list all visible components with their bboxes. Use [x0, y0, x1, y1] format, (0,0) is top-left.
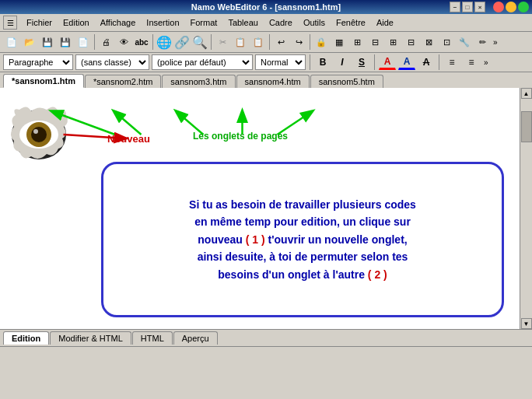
- clear-btn[interactable]: A: [418, 54, 435, 70]
- scroll-up-btn[interactable]: ▲: [521, 88, 532, 99]
- misc-btn2[interactable]: ⊟: [366, 33, 383, 51]
- eye-image: [8, 103, 70, 166]
- maximize-btn[interactable]: □: [462, 2, 473, 12]
- label-onglets: Les onglets de pages: [193, 131, 288, 142]
- table-btn[interactable]: ▦: [331, 33, 348, 51]
- bold-btn[interactable]: B: [314, 54, 331, 70]
- menu-fichier[interactable]: Fichier: [22, 16, 57, 29]
- misc-btn1[interactable]: ⊞: [348, 33, 366, 51]
- format-more[interactable]: »: [482, 58, 490, 67]
- bottom-tab-html[interactable]: HTML: [132, 331, 173, 345]
- new-btn[interactable]: 📄: [3, 33, 20, 51]
- misc-btn7[interactable]: 🔧: [456, 33, 473, 51]
- menu-insertion[interactable]: Insertion: [142, 16, 184, 29]
- menu-affichage[interactable]: Affichage: [96, 16, 141, 29]
- bg-color-btn[interactable]: A: [398, 54, 415, 70]
- tab-sansnom4[interactable]: sansnom4.htm: [236, 75, 310, 88]
- tab-sansnom1[interactable]: *sansnom1.htm: [3, 74, 84, 88]
- menu-format[interactable]: Format: [186, 16, 222, 29]
- menu-fenetre[interactable]: Fenêtre: [331, 16, 370, 29]
- menu-edition[interactable]: Edition: [58, 16, 94, 29]
- format-sep3: [439, 54, 439, 70]
- toolbar-more[interactable]: »: [492, 38, 499, 47]
- traffic-red[interactable]: [493, 2, 504, 12]
- traffic-green[interactable]: [518, 2, 529, 12]
- svg-point-4: [33, 129, 38, 134]
- scrollbar-vertical[interactable]: ▲ ▼: [520, 88, 532, 329]
- window-controls[interactable]: [493, 2, 529, 12]
- minimize-btn[interactable]: −: [450, 2, 460, 12]
- open-btn[interactable]: 📂: [21, 33, 38, 51]
- tab-sansnom5[interactable]: sansnom5.htm: [310, 75, 383, 88]
- align-left-btn[interactable]: ≡: [443, 54, 460, 70]
- copy-btn[interactable]: 📋: [232, 33, 249, 51]
- new2-btn[interactable]: 📄: [75, 33, 92, 51]
- scroll-down-btn[interactable]: ▼: [521, 318, 532, 329]
- close-btn[interactable]: ×: [474, 2, 485, 12]
- lock-btn[interactable]: 🔒: [313, 33, 330, 51]
- save-btn[interactable]: 💾: [39, 33, 56, 51]
- toolbar-group-web: 🌐 🔗 🔍: [156, 33, 208, 51]
- misc-btn8[interactable]: ✏: [474, 33, 491, 51]
- misc-btn5[interactable]: ⊠: [420, 33, 437, 51]
- svg-point-3: [31, 127, 47, 142]
- toolbar-group-edit: ✂ 📋 📋: [214, 33, 267, 51]
- underline-btn[interactable]: S: [353, 54, 370, 70]
- format-sep2: [374, 54, 375, 70]
- tab-sansnom3[interactable]: sansnom3.htm: [162, 75, 235, 88]
- size-select[interactable]: Normal: [255, 54, 306, 70]
- label-nouveau: Nouveau: [107, 133, 150, 145]
- window-resize-controls[interactable]: − □ ×: [450, 2, 485, 12]
- toolbar-group-history: ↩ ↪: [272, 33, 307, 51]
- toolbar-group-print: 🖨 👁 abc: [97, 33, 150, 51]
- paste-btn[interactable]: 📋: [250, 33, 267, 51]
- menu-bar: ☰ Fichier Edition Affichage Insertion Fo…: [0, 14, 532, 32]
- web-btn3[interactable]: 🔍: [191, 33, 208, 51]
- toolbar-sep4: [269, 34, 270, 50]
- misc-btn3[interactable]: ⊞: [384, 33, 401, 51]
- tabs-bar: *sansnom1.htm *sansnom2.htm sansnom3.htm…: [0, 72, 532, 88]
- content-box: Si tu as besoin de travailler plusieurs …: [101, 162, 504, 317]
- web-btn1[interactable]: 🌐: [156, 33, 173, 51]
- print-btn[interactable]: 🖨: [97, 33, 114, 51]
- font-select[interactable]: (police par défaut): [152, 54, 253, 70]
- misc-btn4[interactable]: ⊟: [402, 33, 419, 51]
- cut-btn[interactable]: ✂: [214, 33, 231, 51]
- toolbar-sep1: [94, 34, 95, 50]
- spell-btn[interactable]: abc: [133, 33, 150, 51]
- menu-tableau[interactable]: Tableau: [223, 16, 263, 29]
- redo-btn[interactable]: ↪: [290, 33, 307, 51]
- menu-cadre[interactable]: Cadre: [264, 16, 297, 29]
- style-select[interactable]: Paragraphe: [3, 54, 73, 70]
- align-center-btn[interactable]: ≡: [463, 54, 480, 70]
- editor-area[interactable]: Nouveau Les onglets de pages Si tu as be…: [0, 88, 520, 329]
- svg-line-6: [114, 111, 142, 135]
- status-text: [3, 348, 5, 357]
- class-select[interactable]: (sans classe): [75, 54, 149, 70]
- undo-btn[interactable]: ↩: [272, 33, 289, 51]
- bottom-tab-apercu[interactable]: Aperçu: [173, 331, 218, 345]
- font-color-btn[interactable]: A: [379, 54, 396, 70]
- bottom-tab-modifier-html[interactable]: Modifier & HTML: [50, 331, 131, 345]
- preview-btn[interactable]: 👁: [115, 33, 132, 51]
- toolbar: 📄 📂 💾 💾 📄 🖨 👁 abc 🌐 🔗 🔍 ✂ 📋 📋 ↩ ↪ 🔒 ▦ ⊞ …: [0, 32, 532, 53]
- bottom-tab-edition[interactable]: Edition: [3, 331, 49, 345]
- menu-icon[interactable]: ☰: [3, 16, 17, 30]
- misc-btn6[interactable]: ⊡: [438, 33, 455, 51]
- window-title: Namo WebEditor 6 - [sansnom1.htm]: [191, 2, 341, 12]
- tab-sansnom2[interactable]: *sansnom2.htm: [85, 75, 161, 88]
- menu-aide[interactable]: Aide: [372, 16, 398, 29]
- toolbar-sep3: [211, 34, 212, 50]
- title-bar: Namo WebEditor 6 - [sansnom1.htm] − □ ×: [0, 0, 532, 14]
- web-btn2[interactable]: 🔗: [173, 33, 191, 51]
- scroll-thumb[interactable]: [521, 111, 532, 142]
- content-text: Si tu as besoin de travailler plusieurs …: [189, 196, 416, 283]
- format-bar: Paragraphe (sans classe) (police par déf…: [0, 53, 532, 72]
- main-wrapper: Nouveau Les onglets de pages Si tu as be…: [0, 88, 532, 329]
- menu-outils[interactable]: Outils: [299, 16, 330, 29]
- save-all-btn[interactable]: 💾: [57, 33, 74, 51]
- bottom-tabs: Edition Modifier & HTML HTML Aperçu: [0, 329, 532, 346]
- toolbar-sep5: [310, 34, 310, 50]
- italic-btn[interactable]: I: [334, 54, 351, 70]
- traffic-yellow[interactable]: [506, 2, 516, 12]
